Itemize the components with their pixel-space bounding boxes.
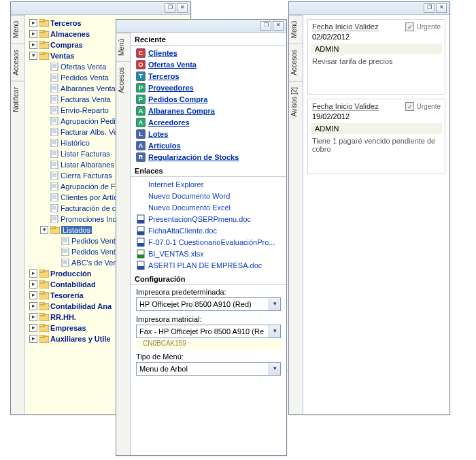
close-button[interactable]: ✕ xyxy=(273,21,284,31)
svg-rect-44 xyxy=(51,161,58,169)
expand-toggle[interactable]: ▸ xyxy=(29,269,37,278)
matrix-select[interactable]: Fax - HP Officejet Pro 8500 A910 (Re ▾ xyxy=(136,325,281,338)
shortcut-link[interactable]: Internet Explorer xyxy=(133,178,284,190)
menu-type-select[interactable]: Menu de Arbol ▾ xyxy=(136,362,281,376)
side-tab[interactable]: Avisos [2] xyxy=(289,81,303,122)
side-tab[interactable]: Menú xyxy=(11,15,24,44)
printer-select[interactable]: HP Officejet Pro 8500 A910 (Red) ▾ xyxy=(136,297,281,311)
svg-rect-16 xyxy=(51,84,58,93)
shortcut-link[interactable]: PresentacionQSERPmenu.doc xyxy=(133,213,284,225)
tree-label: Facturar Albs. Ver xyxy=(61,128,120,136)
accesos-window: ❐ ✕ MenúAccesos Reciente CClientesOOfert… xyxy=(116,19,287,456)
expand-toggle[interactable]: ▸ xyxy=(29,291,37,299)
section-config: Configuración xyxy=(131,272,286,285)
restore-button[interactable]: ❐ xyxy=(424,3,435,13)
shortcut-link[interactable]: Nuevo Documento Word xyxy=(133,190,284,201)
folder-icon xyxy=(39,52,49,60)
collapse-toggle[interactable]: ▾ xyxy=(40,226,48,234)
tree-label: Histórico xyxy=(61,139,90,147)
restore-button[interactable]: ❐ xyxy=(165,3,175,13)
link-label: Nuevo Documento Excel xyxy=(148,203,231,212)
close-button[interactable]: ✕ xyxy=(436,3,447,13)
chevron-down-icon[interactable]: ▾ xyxy=(269,363,280,375)
tree-label: Albaranes Venta xyxy=(61,84,116,93)
svg-rect-1 xyxy=(39,19,44,22)
titlebar: ❐ ✕ xyxy=(116,20,286,33)
document-icon xyxy=(61,237,70,245)
tree-label: Facturas Venta xyxy=(61,95,111,103)
shortcut-link[interactable]: ASERTI PLAN DE EMPRESA.doc xyxy=(133,259,284,271)
chevron-down-icon[interactable]: ▾ xyxy=(269,325,280,338)
module-icon: L xyxy=(136,129,146,139)
expand-toggle[interactable]: ▸ xyxy=(29,302,37,310)
recent-link[interactable]: CClientes xyxy=(133,47,284,59)
recent-link[interactable]: AArticulos xyxy=(133,139,284,151)
svg-rect-78 xyxy=(62,259,69,267)
svg-rect-93 xyxy=(39,324,44,327)
shortcut-link[interactable]: BI_VENTAS.xlsx xyxy=(133,248,284,259)
notices-panel: Fecha Inicio Validez✓Urgente02/02/2012AD… xyxy=(303,15,449,414)
svg-rect-74 xyxy=(62,248,69,256)
recent-link[interactable]: AAlbaranes Compra xyxy=(133,105,284,116)
recent-link[interactable]: PPedidos Compra xyxy=(133,93,284,105)
tree-label: Envío-Reparto xyxy=(61,106,109,114)
link-label: BI_VENTAS.xlsx xyxy=(148,250,204,258)
urgent-checkbox[interactable]: ✓Urgente xyxy=(405,102,441,111)
restore-button[interactable]: ❐ xyxy=(260,21,271,31)
side-tab[interactable]: Accesos xyxy=(11,44,24,81)
svg-rect-24 xyxy=(51,106,58,114)
link-label: F-07.0-1 CuestionarioEvaluaciónPro... xyxy=(148,238,275,246)
tree-label: Terceros xyxy=(50,19,82,27)
svg-rect-95 xyxy=(39,335,44,338)
expand-toggle[interactable]: ▸ xyxy=(29,41,37,49)
expand-toggle[interactable]: ▸ xyxy=(29,30,37,38)
side-tab[interactable]: Notificar xyxy=(11,81,24,118)
module-icon: T xyxy=(136,71,146,81)
side-tab[interactable]: Accesos xyxy=(289,44,303,81)
tree-label: Ofertas Venta xyxy=(61,63,106,71)
document-icon xyxy=(50,161,59,169)
link-label: Regularización de Stocks xyxy=(148,153,239,161)
close-button[interactable]: ✕ xyxy=(177,3,188,13)
module-icon: A xyxy=(136,118,146,127)
urgent-checkbox[interactable]: ✓Urgente xyxy=(405,22,441,31)
recent-link[interactable]: AAcreedores xyxy=(133,116,284,128)
collapse-toggle[interactable]: ▾ xyxy=(29,52,37,60)
link-label: Pedidos Compra xyxy=(148,95,207,103)
side-tab[interactable]: Accesos xyxy=(116,61,130,99)
expand-toggle[interactable]: ▸ xyxy=(29,335,37,343)
recent-link[interactable]: PProveedores xyxy=(133,82,284,93)
tree-label: Contabilidad Ana xyxy=(50,302,112,310)
notice-title: Fecha Inicio Validez xyxy=(312,102,379,111)
shortcut-link[interactable]: F-07.0-1 CuestionarioEvaluaciónPro... xyxy=(133,236,284,248)
expand-toggle[interactable]: ▸ xyxy=(29,324,37,332)
link-label: ASERTI PLAN DE EMPRESA.doc xyxy=(148,261,262,269)
notice-card: Fecha Inicio Validez✓Urgente02/02/2012AD… xyxy=(307,19,445,95)
tree-label: Agrupación de Fa xyxy=(61,182,120,191)
shortcut-link[interactable]: FichaAltaCliente.doc xyxy=(133,225,284,236)
shortcut-link[interactable]: Nuevo Documento Excel xyxy=(133,201,284,213)
recent-link[interactable]: OOfertas Venta xyxy=(133,59,284,70)
module-icon: C xyxy=(136,48,146,58)
document-icon xyxy=(50,204,59,212)
link-label: Nuevo Documento Word xyxy=(148,192,230,200)
word-icon xyxy=(136,237,146,247)
recent-link[interactable]: LLotes xyxy=(133,128,284,139)
recent-link[interactable]: RRegularización de Stocks xyxy=(133,151,284,163)
chevron-down-icon[interactable]: ▾ xyxy=(269,298,280,310)
expand-toggle[interactable]: ▸ xyxy=(29,313,37,321)
svg-rect-20 xyxy=(51,95,58,103)
module-icon: O xyxy=(136,60,146,69)
side-tabs: MenúAccesos xyxy=(116,33,131,455)
tree-label: Pedidos Venta xyxy=(61,73,109,82)
module-icon: A xyxy=(136,106,146,116)
menu-type-label: Tipo de Menú: xyxy=(131,350,286,362)
tree-label: Compras xyxy=(50,41,83,49)
side-tab[interactable]: Menú xyxy=(289,15,303,44)
svg-rect-83 xyxy=(39,269,44,272)
expand-toggle[interactable]: ▸ xyxy=(29,280,37,289)
expand-toggle[interactable]: ▸ xyxy=(29,19,37,27)
recent-link[interactable]: TTerceros xyxy=(133,70,284,82)
side-tab[interactable]: Menú xyxy=(116,33,130,61)
notice-user: ADMIN xyxy=(311,123,442,134)
